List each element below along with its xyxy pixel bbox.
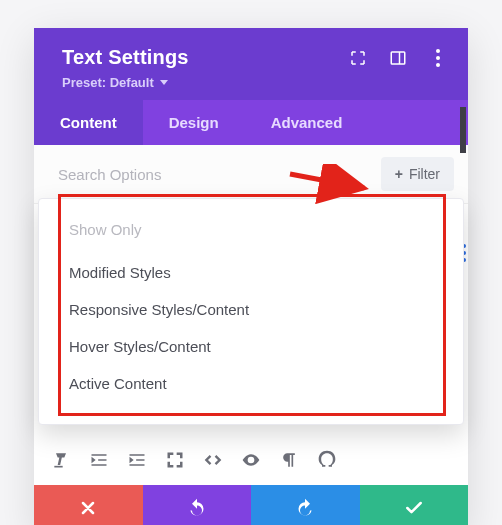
more-menu-icon[interactable] <box>428 48 448 68</box>
filter-option-hover[interactable]: Hover Styles/Content <box>69 328 437 365</box>
search-row: Search Options + Filter <box>34 145 468 204</box>
editor-toolbar <box>34 439 468 485</box>
panel-title: Text Settings <box>62 46 189 69</box>
header-actions <box>348 46 448 68</box>
scrollbar-thumb[interactable] <box>460 107 466 153</box>
filter-button-label: Filter <box>409 166 440 182</box>
settings-panel: Text Settings Preset: Default Content De… <box>34 28 468 525</box>
code-icon[interactable] <box>202 449 224 471</box>
panel-header: Text Settings Preset: Default <box>34 28 468 100</box>
indent-decrease-icon[interactable] <box>88 449 110 471</box>
search-input[interactable]: Search Options <box>58 166 161 183</box>
filter-option-responsive[interactable]: Responsive Styles/Content <box>69 291 437 328</box>
special-char-icon[interactable] <box>316 449 338 471</box>
clear-format-icon[interactable] <box>50 449 72 471</box>
confirm-button[interactable] <box>360 485 469 525</box>
panel-layout-icon[interactable] <box>388 48 408 68</box>
tab-bar: Content Design Advanced <box>34 100 468 145</box>
filter-option-active-content[interactable]: Active Content <box>69 365 437 402</box>
undo-button[interactable] <box>143 485 252 525</box>
cancel-button[interactable] <box>34 485 143 525</box>
tab-advanced[interactable]: Advanced <box>245 100 369 145</box>
header-left: Text Settings Preset: Default <box>62 46 189 90</box>
filter-popover: Show Only Modified Styles Responsive Sty… <box>38 198 464 425</box>
tab-content[interactable]: Content <box>34 100 143 145</box>
caret-down-icon <box>160 80 168 85</box>
preset-label: Preset: Default <box>62 75 154 90</box>
preset-dropdown[interactable]: Preset: Default <box>62 75 189 90</box>
options-body: Show Only Modified Styles Responsive Sty… <box>34 204 468 439</box>
redo-button[interactable] <box>251 485 360 525</box>
filter-popover-heading: Show Only <box>69 221 437 238</box>
filter-option-modified-styles[interactable]: Modified Styles <box>69 254 437 291</box>
filter-button[interactable]: + Filter <box>381 157 454 191</box>
panel-footer <box>34 485 468 525</box>
visibility-icon[interactable] <box>240 449 262 471</box>
indent-increase-icon[interactable] <box>126 449 148 471</box>
fullscreen-icon[interactable] <box>164 449 186 471</box>
tab-design[interactable]: Design <box>143 100 245 145</box>
expand-icon[interactable] <box>348 48 368 68</box>
svg-rect-0 <box>391 52 405 64</box>
plus-icon: + <box>395 166 403 182</box>
paragraph-icon[interactable] <box>278 449 300 471</box>
